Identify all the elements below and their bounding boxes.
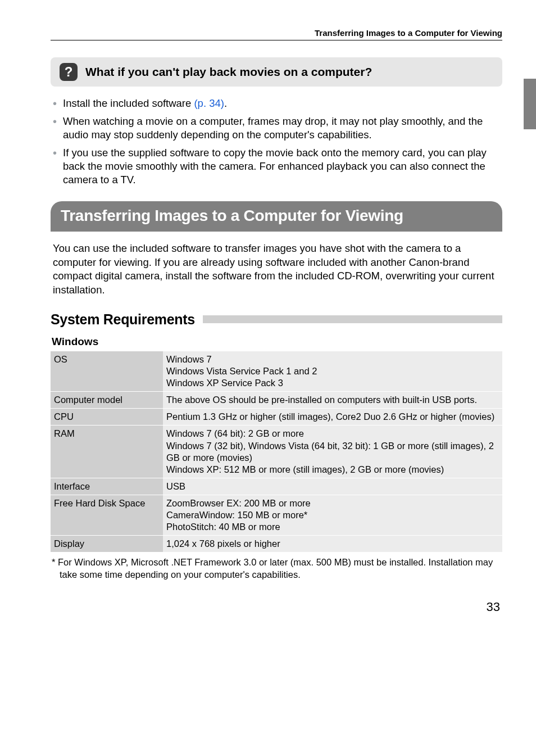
spec-value: The above OS should be pre-installed on … bbox=[163, 392, 502, 409]
spec-value: USB bbox=[163, 478, 502, 495]
header-rule bbox=[51, 40, 502, 40]
subsection-rule bbox=[203, 315, 502, 323]
subsection-heading: System Requirements bbox=[51, 311, 195, 328]
question-mark-icon: ? bbox=[60, 63, 78, 81]
tip-item: When watching a movie on a computer, fra… bbox=[53, 115, 500, 142]
tip-item: If you use the supplied software to copy… bbox=[53, 146, 500, 187]
spec-label: Interface bbox=[51, 478, 163, 495]
table-row: CPUPentium 1.3 GHz or higher (still imag… bbox=[51, 409, 502, 425]
page-number: 33 bbox=[51, 600, 502, 614]
table-row: InterfaceUSB bbox=[51, 478, 502, 495]
page-ref-link[interactable]: (p. 34) bbox=[194, 97, 224, 109]
table-row: OSWindows 7Windows Vista Service Pack 1 … bbox=[51, 351, 502, 392]
sub-subsection-heading: Windows bbox=[52, 336, 502, 348]
callout-box: ? What if you can't play back movies on … bbox=[51, 57, 502, 87]
spec-table: OSWindows 7Windows Vista Service Pack 1 … bbox=[51, 351, 502, 553]
subsection-heading-row: System Requirements bbox=[51, 311, 502, 328]
tips-list: Install the included software (p. 34). W… bbox=[51, 97, 502, 187]
spec-label: Display bbox=[51, 536, 163, 553]
table-row: Computer modelThe above OS should be pre… bbox=[51, 392, 502, 409]
table-row: RAMWindows 7 (64 bit): 2 GB or moreWindo… bbox=[51, 425, 502, 478]
tip-text-suffix: . bbox=[224, 97, 227, 109]
spec-value: ZoomBrowser EX: 200 MB or moreCameraWind… bbox=[163, 495, 502, 536]
intro-paragraph: You can use the included software to tra… bbox=[53, 242, 500, 297]
callout-title: What if you can't play back movies on a … bbox=[85, 65, 372, 79]
table-row: Free Hard Disk SpaceZoomBrowser EX: 200 … bbox=[51, 495, 502, 536]
section-heading: Transferring Images to a Computer for Vi… bbox=[51, 201, 502, 232]
footnote: * For Windows XP, Microsoft .NET Framewo… bbox=[52, 556, 501, 580]
tip-item: Install the included software (p. 34). bbox=[53, 97, 500, 110]
spec-label: RAM bbox=[51, 425, 163, 478]
spec-value: Pentium 1.3 GHz or higher (still images)… bbox=[163, 409, 502, 425]
spec-label: Free Hard Disk Space bbox=[51, 495, 163, 536]
spec-label: Computer model bbox=[51, 392, 163, 409]
table-row: Display1,024 x 768 pixels or higher bbox=[51, 536, 502, 553]
spec-value: Windows 7Windows Vista Service Pack 1 an… bbox=[163, 351, 502, 392]
tip-text: Install the included software bbox=[63, 97, 194, 109]
running-head: Transferring Images to a Computer for Vi… bbox=[51, 28, 502, 38]
spec-value: Windows 7 (64 bit): 2 GB or moreWindows … bbox=[163, 425, 502, 478]
spec-label: CPU bbox=[51, 409, 163, 425]
spec-label: OS bbox=[51, 351, 163, 392]
spec-value: 1,024 x 768 pixels or higher bbox=[163, 536, 502, 553]
side-tab-indicator bbox=[524, 79, 536, 129]
